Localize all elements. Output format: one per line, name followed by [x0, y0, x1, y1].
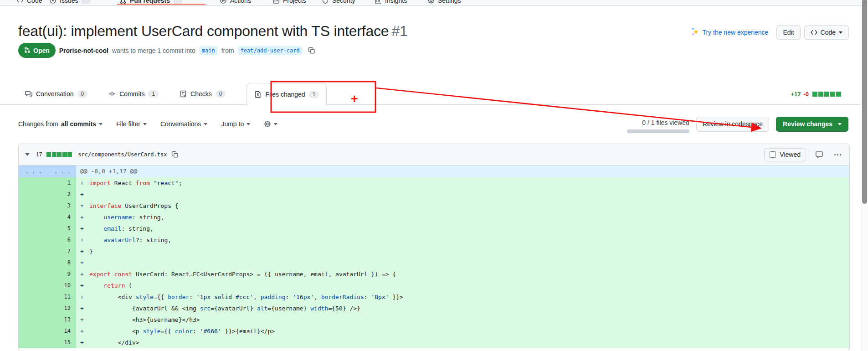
- scrollbar-track[interactable]: [861, 0, 868, 351]
- project-icon: [272, 0, 280, 4]
- addition-marker: +: [80, 189, 89, 200]
- header-actions: ✦✦✦ Try the new experience Edit Code: [691, 25, 849, 40]
- code-text: email: string,: [89, 223, 154, 234]
- navbar-item-code[interactable]: Code: [16, 0, 42, 5]
- navbar-item-insights[interactable]: Insights: [375, 0, 407, 5]
- active-tab-underline: [117, 4, 206, 5]
- code-text: }: [89, 246, 93, 257]
- old-line-number[interactable]: [19, 314, 47, 325]
- menu-label: Changes from: [18, 120, 58, 128]
- addition-marker: +: [80, 200, 89, 212]
- diffstat-block: [824, 92, 829, 97]
- menu-label: Jump to: [221, 120, 244, 128]
- new-line-number[interactable]: 7: [47, 246, 76, 257]
- pr-tabbar: Conversation0Commits1Checks0Files change…: [0, 83, 861, 105]
- review-in-codespace-button[interactable]: Review in codespace: [696, 117, 769, 132]
- new-line-number[interactable]: 4: [47, 212, 76, 223]
- git-commit-icon: [108, 90, 116, 98]
- diff-row: 12+ {avatarUrl && <img src={avatarUrl} a…: [19, 303, 849, 314]
- new-line-number[interactable]: 8: [47, 257, 76, 268]
- gear-icon: [427, 0, 435, 4]
- menu-changes-from[interactable]: Changes from all commits: [18, 120, 103, 128]
- diffstat-block: [52, 152, 56, 157]
- code-text: <p style={{ color: '#666' }}>{email}</p>: [89, 325, 275, 337]
- new-line-number[interactable]: 12: [47, 303, 76, 314]
- old-line-number[interactable]: [19, 189, 47, 200]
- review-changes-button[interactable]: Review changes: [776, 117, 848, 132]
- addition-marker: +: [80, 280, 89, 291]
- new-line-number[interactable]: 10: [47, 280, 76, 291]
- code-icon: [16, 0, 24, 4]
- comment-icon[interactable]: [815, 151, 823, 159]
- edit-button[interactable]: Edit: [776, 25, 800, 40]
- copy-path-icon[interactable]: [171, 151, 179, 158]
- diff-row: 5+ email: string,: [19, 223, 849, 234]
- code-button[interactable]: Code: [804, 25, 849, 40]
- menu-conversations[interactable]: Conversations: [160, 120, 208, 128]
- new-line-number[interactable]: 5: [47, 223, 76, 234]
- viewed-toggle[interactable]: Viewed: [764, 148, 806, 161]
- old-line-number[interactable]: [19, 291, 47, 303]
- collapse-chevron-icon[interactable]: [25, 153, 30, 156]
- old-line-number[interactable]: [19, 280, 47, 291]
- diffstat: +17 -0: [791, 83, 841, 105]
- kebab-menu-icon[interactable]: [832, 154, 843, 155]
- gear-icon: [264, 120, 271, 128]
- merge-text: wants to merge 1 commit into: [112, 47, 195, 54]
- menu-file-filter[interactable]: File filter: [116, 120, 147, 128]
- old-line-number[interactable]: [19, 337, 47, 348]
- head-branch-label[interactable]: feat/add-user-card: [238, 46, 303, 55]
- new-line-number[interactable]: 14: [47, 325, 76, 337]
- from-text: from: [221, 47, 234, 54]
- old-line-number[interactable]: [19, 257, 47, 268]
- old-line-number[interactable]: [19, 177, 47, 189]
- new-line-number[interactable]: 6: [47, 234, 76, 246]
- review-area: 0 / 1 files viewed Review in codespace R…: [627, 115, 848, 133]
- addition-marker: +: [80, 257, 89, 268]
- git-pull-request-icon: [24, 46, 31, 55]
- tab-checks[interactable]: Checks0: [180, 83, 226, 105]
- old-line-number[interactable]: [19, 246, 47, 257]
- chevron-down-icon: [99, 123, 103, 125]
- old-line-number[interactable]: [19, 223, 47, 234]
- old-line-number[interactable]: [19, 200, 47, 212]
- tab-files-changed[interactable]: Files changed1: [247, 83, 327, 105]
- tab-commits[interactable]: Commits1: [108, 83, 159, 105]
- navbar-item-security[interactable]: Security: [322, 0, 355, 5]
- file-diffstat-blocks: [46, 152, 72, 157]
- old-line-number[interactable]: [19, 303, 47, 314]
- new-line-number[interactable]: 13: [47, 314, 76, 325]
- old-line-number[interactable]: [19, 325, 47, 337]
- new-line-number[interactable]: 9: [47, 268, 76, 280]
- old-line-number[interactable]: [19, 268, 47, 280]
- new-line-number[interactable]: 15: [47, 337, 76, 348]
- new-line-number[interactable]: 3: [47, 200, 76, 212]
- navbar-item-settings[interactable]: Settings: [427, 0, 461, 5]
- new-line-number[interactable]: 2: [47, 189, 76, 200]
- menu-jump-to[interactable]: Jump to: [221, 120, 250, 128]
- try-new-experience-link[interactable]: ✦✦✦ Try the new experience: [691, 28, 768, 37]
- file-path[interactable]: src/components/UserCard.tsx: [78, 151, 167, 158]
- diff-settings-menu[interactable]: [264, 120, 277, 128]
- play-icon: [220, 0, 227, 4]
- navbar-item-actions[interactable]: Actions: [220, 0, 251, 5]
- viewed-checkbox[interactable]: [770, 151, 776, 158]
- author-login[interactable]: Prorise-not-cool: [59, 47, 108, 54]
- files-viewed-text: 0 / 1 files viewed: [642, 119, 689, 126]
- file-diff-card: 17 src/components/UserCard.tsx Viewed . …: [18, 144, 850, 351]
- addition-marker: +: [80, 234, 89, 246]
- old-line-number[interactable]: [19, 212, 47, 223]
- code-text: export const UserCard: React.FC<UserCard…: [89, 268, 396, 280]
- new-line-number[interactable]: 1: [47, 177, 76, 189]
- old-line-number[interactable]: [19, 234, 47, 246]
- base-branch-label[interactable]: main: [199, 46, 218, 55]
- new-line-number[interactable]: 11: [47, 291, 76, 303]
- copy-icon[interactable]: [308, 47, 315, 54]
- tab-label: Checks: [190, 90, 212, 98]
- tab-conversation[interactable]: Conversation0: [25, 83, 87, 105]
- diff-row: 9+export const UserCard: React.FC<UserCa…: [19, 268, 849, 280]
- navbar-item-issues[interactable]: Issues: [49, 0, 91, 5]
- navbar-item-projects[interactable]: Projects: [272, 0, 306, 5]
- chevron-down-icon: [247, 123, 250, 125]
- scrollbar-thumb[interactable]: [862, 0, 867, 204]
